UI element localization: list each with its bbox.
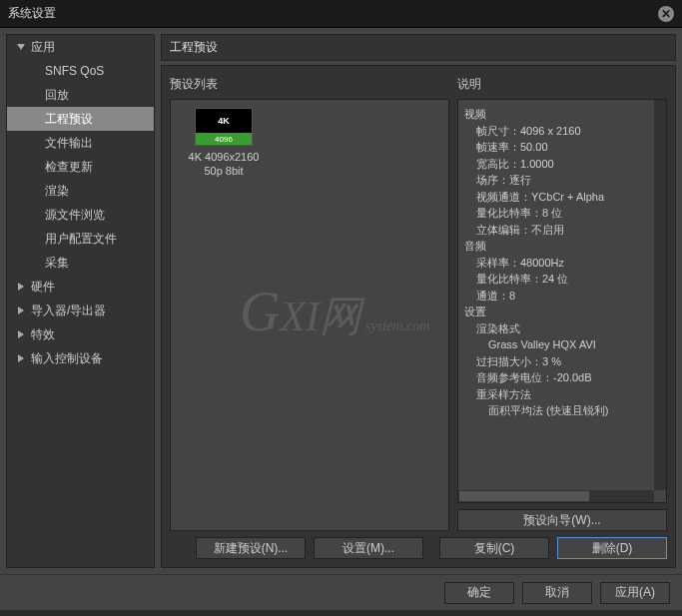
desc-video-header: 视频 xyxy=(464,106,660,123)
tree-label: 渲染 xyxy=(45,183,69,200)
desc-audio-header: 音频 xyxy=(464,238,660,255)
description-column: 说明 视频 帧尺寸：4096 x 2160 帧速率：50.00 宽高比：1.00… xyxy=(457,76,667,531)
caret-right-icon xyxy=(15,328,27,340)
scrollbar-horizontal[interactable] xyxy=(458,490,654,502)
tree-importer[interactable]: 导入器/导出器 xyxy=(7,299,154,322)
tree-label: 特效 xyxy=(31,326,55,343)
tree-label: 用户配置文件 xyxy=(45,231,117,248)
svg-marker-2 xyxy=(18,307,24,314)
desc-aspect: 宽高比：1.0000 xyxy=(464,156,660,173)
desc-resample: 重采样方法 xyxy=(464,386,660,403)
desc-video-channel: 视频通道：YCbCr + Alpha xyxy=(464,189,660,206)
description-label: 说明 xyxy=(457,76,667,93)
tree-playback[interactable]: 回放 xyxy=(7,83,154,107)
settings-button[interactable]: 设置(M)... xyxy=(314,537,423,559)
preset-item-4k[interactable]: 4K 4096 4K 4096x2160 50p 8bit xyxy=(179,108,269,179)
tree-label: 采集 xyxy=(45,255,69,272)
tree-check-updates[interactable]: 检查更新 xyxy=(7,155,154,179)
desc-quant-bitrate-a: 量化比特率：24 位 xyxy=(464,271,660,288)
new-preset-button[interactable]: 新建预设(N)... xyxy=(196,537,306,559)
preset-name-line1: 4K 4096x2160 xyxy=(179,150,269,164)
tree-label: 输入控制设备 xyxy=(31,350,103,367)
scrollbar-thumb[interactable] xyxy=(654,100,666,490)
tree-label: 应用 xyxy=(31,39,55,56)
preset-wizard-button[interactable]: 预设向导(W)... xyxy=(457,509,667,531)
content-area: 预设列表 4K 4096 4K 4096x2160 50p 8bit xyxy=(161,65,676,568)
tree-capture[interactable]: 采集 xyxy=(7,251,154,275)
tree-label: 检查更新 xyxy=(45,159,93,176)
caret-down-icon xyxy=(15,41,27,53)
tree-effects[interactable]: 特效 xyxy=(7,322,154,346)
main-panel: 工程预设 预设列表 4K 4096 4K 4096x2160 50p 8bit xyxy=(161,34,676,568)
desc-channels: 通道：8 xyxy=(464,288,660,305)
caret-right-icon xyxy=(15,305,27,316)
tree-label: 导入器/导出器 xyxy=(31,303,106,319)
preset-thumb-label: 4096 xyxy=(196,133,252,145)
svg-marker-3 xyxy=(18,330,24,338)
sidebar: 应用 SNFS QoS 回放 工程预设 文件输出 检查更新 渲染 源文件浏览 用… xyxy=(6,34,155,568)
close-icon[interactable]: ✕ xyxy=(658,6,674,22)
tree-label: SNFS QoS xyxy=(45,64,104,78)
preset-thumbnail: 4K 4096 xyxy=(195,108,253,146)
desc-render-format: 渲染格式 xyxy=(464,320,660,337)
preset-badge: 4K xyxy=(196,109,252,133)
cancel-button[interactable]: 取消 xyxy=(522,582,592,604)
description-text: 视频 帧尺寸：4096 x 2160 帧速率：50.00 宽高比：1.0000 … xyxy=(457,99,667,503)
action-row: 新建预设(N)... 设置(M)... 复制(C) 删除(D) xyxy=(170,537,667,559)
footer: 确定 取消 应用(A) xyxy=(0,574,682,610)
window-title: 系统设置 xyxy=(8,5,56,22)
caret-right-icon xyxy=(15,281,27,293)
preset-list[interactable]: 4K 4096 4K 4096x2160 50p 8bit xyxy=(170,99,449,531)
tree-project-preset[interactable]: 工程预设 xyxy=(7,107,154,131)
tree-hardware[interactable]: 硬件 xyxy=(7,275,154,299)
scrollbar-thumb[interactable] xyxy=(459,491,589,501)
delete-button[interactable]: 删除(D) xyxy=(557,537,667,559)
desc-frame-rate: 帧速率：50.00 xyxy=(464,139,660,156)
desc-field-order: 场序：逐行 xyxy=(464,172,660,189)
tree-label: 工程预设 xyxy=(45,111,93,128)
tree-snfs-qos[interactable]: SNFS QoS xyxy=(7,59,154,83)
desc-audio-ref: 音频参考电位：-20.0dB xyxy=(464,369,660,386)
desc-render-codec: Grass Valley HQX AVI xyxy=(464,336,660,353)
desc-sample-rate: 采样率：48000Hz xyxy=(464,255,660,272)
tree-input-control[interactable]: 输入控制设备 xyxy=(7,346,154,370)
desc-stereo-edit: 立体编辑：不启用 xyxy=(464,222,660,239)
tree-label: 回放 xyxy=(45,87,69,104)
titlebar: 系统设置 ✕ xyxy=(0,0,682,28)
apply-button[interactable]: 应用(A) xyxy=(600,582,670,604)
desc-quant-bitrate-v: 量化比特率：8 位 xyxy=(464,205,660,222)
dialog-body: 应用 SNFS QoS 回放 工程预设 文件输出 检查更新 渲染 源文件浏览 用… xyxy=(0,28,682,574)
desc-resample-method: 面积平均法 (快速且锐利) xyxy=(464,402,660,419)
tree-file-output[interactable]: 文件输出 xyxy=(7,131,154,155)
tree-render[interactable]: 渲染 xyxy=(7,179,154,203)
svg-marker-4 xyxy=(18,354,24,362)
tree-source-browse[interactable]: 源文件浏览 xyxy=(7,203,154,227)
tree-app[interactable]: 应用 xyxy=(7,35,154,59)
caret-right-icon xyxy=(15,352,27,364)
scrollbar-vertical[interactable] xyxy=(654,100,666,490)
tree-label: 文件输出 xyxy=(45,135,93,152)
preset-name-line2: 50p 8bit xyxy=(179,164,269,178)
svg-marker-0 xyxy=(17,44,25,50)
preset-column: 预设列表 4K 4096 4K 4096x2160 50p 8bit xyxy=(170,76,449,531)
copy-button[interactable]: 复制(C) xyxy=(439,537,549,559)
desc-overscan: 过扫描大小：3 % xyxy=(464,353,660,370)
tree-label: 硬件 xyxy=(31,279,55,296)
ok-button[interactable]: 确定 xyxy=(444,582,514,604)
section-title: 工程预设 xyxy=(161,34,676,61)
svg-marker-1 xyxy=(18,283,24,291)
desc-frame-size: 帧尺寸：4096 x 2160 xyxy=(464,123,660,140)
tree-label: 源文件浏览 xyxy=(45,207,105,224)
preset-list-label: 预设列表 xyxy=(170,76,449,93)
tree-user-profile[interactable]: 用户配置文件 xyxy=(7,227,154,251)
desc-settings-header: 设置 xyxy=(464,304,660,320)
